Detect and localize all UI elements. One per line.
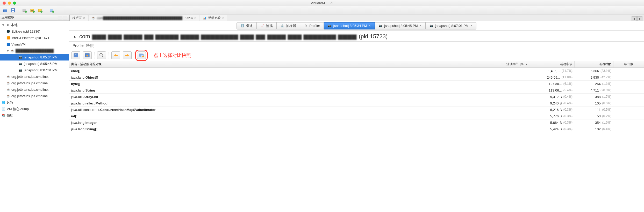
back-button[interactable] <box>111 51 120 59</box>
close-icon[interactable]: ✕ <box>369 24 371 27</box>
table-row[interactable]: char[]1,496,...(71.7%)5,366(23.1%) <box>69 68 644 74</box>
profiler-icon: ⏱ <box>304 24 308 28</box>
table-row[interactable]: java.lang.String113,06...(5.4%)4,711(20.… <box>69 87 644 94</box>
save-button[interactable] <box>10 7 16 13</box>
save-snapshot-button[interactable] <box>71 51 80 59</box>
table-row[interactable]: java.lang.reflect.Method9,240 B(0.4%)105… <box>69 100 644 107</box>
add-coredump-button[interactable] <box>37 7 43 13</box>
tab-compare[interactable]: 📊活动比较✕ <box>200 15 227 21</box>
cell-bytes: 246,59...(11.8%) <box>530 75 575 79</box>
tree-node-jps-1[interactable]: ☕org.jetbrains.jps.cmdline. <box>0 73 69 80</box>
sidebar-minimize-button[interactable] <box>63 16 67 19</box>
cell-objects: 53(0.2%) <box>575 114 613 118</box>
tree-node-local[interactable]: ▼🖥本地 <box>0 22 69 28</box>
cell-objects: 264(1.1%) <box>575 82 613 86</box>
table-body: char[]1,496,...(71.7%)5,366(23.1%)java.l… <box>69 68 644 132</box>
svg-rect-4 <box>12 9 14 10</box>
table-row[interactable]: java.lang.Object[]246,59...(11.8%)9,930(… <box>69 74 644 81</box>
profiler-toolbar: 点击选择对比快照 <box>69 50 644 61</box>
subtab-snapshot-3[interactable]: 📷[snapshot] 8:07:01 PM✕ <box>426 22 476 29</box>
sidebar-prev-button[interactable] <box>58 16 62 19</box>
subtab-snapshot-1[interactable]: 📷[snapshot] 8:05:34 PM✕ <box>324 22 375 29</box>
sidebar-title: 应用程序 <box>2 15 14 20</box>
close-icon[interactable]: ✕ <box>83 17 85 19</box>
column-bytes[interactable]: 活动字节 <box>530 61 575 67</box>
add-local-button[interactable]: + <box>22 7 28 13</box>
cell-objects: 388(1.7%) <box>575 95 613 99</box>
close-icon[interactable]: ✕ <box>470 24 473 27</box>
close-icon[interactable]: ✕ <box>419 24 422 27</box>
add-snapshot-button[interactable] <box>49 7 55 13</box>
close-icon[interactable]: ✕ <box>222 17 224 19</box>
find-button[interactable] <box>97 51 106 59</box>
svg-rect-1 <box>3 9 7 10</box>
tree-node-jps-4[interactable]: ☕org.jetbrains.jps.cmdline. <box>0 93 69 99</box>
svg-point-10 <box>33 11 35 13</box>
compare-snapshot-button[interactable] <box>137 51 146 59</box>
main-toolbar: + JMX <box>0 6 644 14</box>
svg-point-27 <box>142 56 144 57</box>
toolbar-separator <box>94 52 95 59</box>
tree-node-jps-2[interactable]: ☕org.jetbrains.jps.cmdline. <box>0 80 69 86</box>
tree-node-app-obscured[interactable]: ▼☕████████████████ <box>0 48 69 54</box>
tree-node-snapshot-1[interactable]: 📷[snapshot] 8:05:34 PM <box>0 54 69 60</box>
tree-node-visualvm[interactable]: 🟦VisualVM <box>0 41 69 48</box>
export-snapshot-button[interactable] <box>83 51 92 59</box>
content-area: 起始页✕ ☕com███████████████████████████████… <box>69 14 644 212</box>
svg-point-14 <box>52 11 54 13</box>
java-icon: ☕ <box>6 94 10 98</box>
tree-node-jps-3[interactable]: ☕org.jetbrains.jps.cmdline. <box>0 86 69 93</box>
tree-node-intellij[interactable]: 🟧IntelliJ Platform (pid 1471 <box>0 35 69 41</box>
java-icon: ☕ <box>91 16 96 20</box>
column-objects[interactable]: 活动对象 <box>575 61 613 67</box>
cell-classname: char[] <box>69 69 489 73</box>
close-window-button[interactable] <box>3 2 6 5</box>
cell-objects: 102(0.4%) <box>575 127 613 131</box>
overview-icon: ℹ️ <box>240 24 245 28</box>
tree-node-snapshot-2[interactable]: 📷[snapshot] 8:05:45 PM <box>0 60 69 67</box>
table-row[interactable]: java.util.ArrayList9,312 B(0.4%)388(1.7%… <box>69 94 644 100</box>
toolbar-separator <box>134 52 134 59</box>
forward-button[interactable] <box>123 51 132 59</box>
tree-node-snapshots[interactable]: 📚快照 <box>0 112 69 119</box>
subtab-overview[interactable]: ℹ️概述 <box>237 22 257 29</box>
table-row[interactable]: java.util.concurrent.ConcurrentHashMap$V… <box>69 107 644 113</box>
table-row[interactable]: byte[]127,30...(6.1%)264(1.1%) <box>69 81 644 87</box>
table-row[interactable]: java.lang.Integer5,664 B(0.3%)354(1.5%) <box>69 119 644 126</box>
open-file-button[interactable] <box>2 7 8 13</box>
subtab-snapshot-2[interactable]: 📷[snapshot] 8:05:45 PM✕ <box>375 22 426 29</box>
snapshot-icon: 📷 <box>19 62 23 66</box>
visualvm-icon: 🟦 <box>6 42 10 47</box>
minimize-window-button[interactable] <box>8 2 11 5</box>
cell-objects: 4,711(20.3%) <box>575 88 613 92</box>
subtab-profiler[interactable]: ⏱Profiler <box>300 22 324 29</box>
cell-classname: java.util.concurrent.ConcurrentHashMap$V… <box>69 108 489 112</box>
tab-start-page[interactable]: 起始页✕ <box>69 15 88 21</box>
table-row[interactable]: java.lang.String[]5,424 B(0.3%)102(0.4%) <box>69 126 644 132</box>
tree-node-remote[interactable]: 🌐远程 <box>0 99 69 106</box>
subtab-monitor[interactable]: 📈监视 <box>257 22 277 29</box>
tab-scroll-right-button[interactable]: ▶ <box>637 16 642 21</box>
tab-app-obscured[interactable]: ☕com████████████████████████████████████… <box>89 15 199 21</box>
cell-bytes: 5,776 B(0.3%) <box>530 114 575 118</box>
maximize-window-button[interactable] <box>13 2 16 5</box>
column-classname[interactable]: 类名 - 活动的分配对象 <box>69 61 489 67</box>
svg-rect-3 <box>12 11 14 12</box>
add-jmx-button[interactable]: JMX <box>29 7 35 13</box>
cell-bytes: 9,312 B(0.4%) <box>530 95 575 99</box>
java-icon: ☕ <box>10 49 15 53</box>
subtab-sampler[interactable]: 🔬抽样器 <box>277 22 300 29</box>
tree-node-snapshot-3[interactable]: 📷[snapshot] 8:07:01 PM <box>0 67 69 73</box>
column-generations[interactable]: 年代数 <box>613 61 644 67</box>
svg-line-20 <box>102 56 103 57</box>
tab-scroll-left-button[interactable]: ◀ <box>632 16 637 21</box>
close-icon[interactable]: ✕ <box>194 17 196 19</box>
tree-node-eclipse[interactable]: 🌑Eclipse (pid 12836) <box>0 28 69 35</box>
annotation-text: 点击选择对比快照 <box>154 52 191 58</box>
cell-objects: 9,930(42.7%) <box>575 75 613 79</box>
table-row[interactable]: int[]5,776 B(0.3%)53(0.2%) <box>69 113 644 119</box>
editor-tabs: 起始页✕ ☕com███████████████████████████████… <box>69 14 644 21</box>
tree-node-vm-coredump[interactable]: 📄VM 核心 dump <box>0 106 69 112</box>
column-bytes-pct[interactable]: 活动字节 [%]▼ <box>489 61 530 67</box>
cell-classname: java.lang.String <box>69 88 489 92</box>
